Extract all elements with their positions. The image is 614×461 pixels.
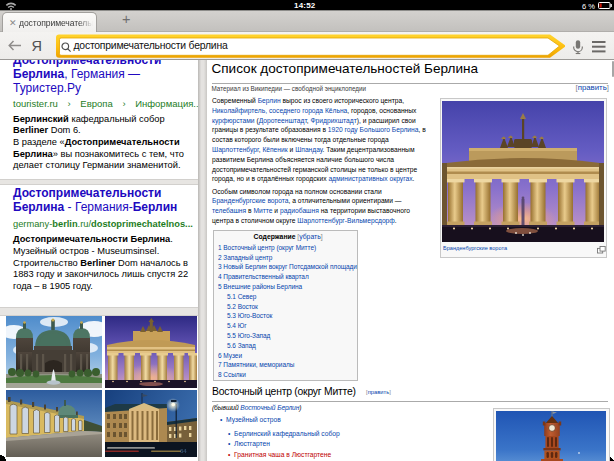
svg-text:64: 64 xyxy=(180,448,187,454)
